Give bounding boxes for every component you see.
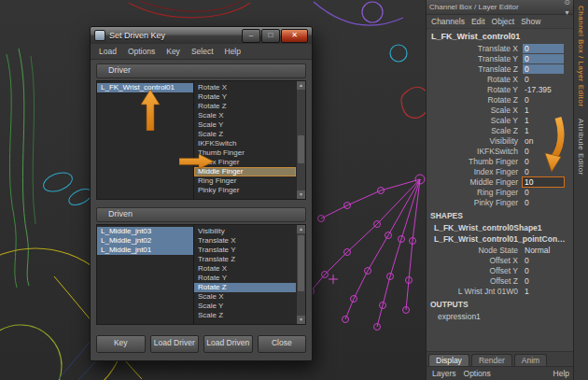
list-item-scale-z[interactable]: Scale Z bbox=[194, 311, 296, 320]
channel-value-rotate-z[interactable]: 0 bbox=[523, 95, 564, 105]
list-item-scale-y[interactable]: Scale Y bbox=[194, 302, 296, 311]
channel-label-offset-x[interactable]: Offset X bbox=[427, 256, 523, 265]
menu-options[interactable]: Options bbox=[122, 45, 161, 58]
channel-value-ring-finger[interactable]: 0 bbox=[523, 188, 564, 197]
list-item-ikfkswitch[interactable]: IKFKSwitch bbox=[194, 139, 296, 148]
scroll-up-icon[interactable]: ▲ bbox=[297, 81, 305, 90]
list-item-ring-finger[interactable]: Ring Finger bbox=[194, 176, 296, 186]
channel-label-scale-x[interactable]: Scale X bbox=[427, 106, 523, 115]
list-item-rotate-y[interactable]: Rotate Y bbox=[194, 92, 296, 102]
menu-load[interactable]: Load bbox=[93, 45, 122, 58]
list-item-pinky-finger[interactable]: Pinky Finger bbox=[194, 186, 296, 195]
scroll-track[interactable] bbox=[297, 90, 305, 190]
list-item-rotate-z[interactable]: Rotate Z bbox=[194, 102, 296, 111]
list-item-rotate-x[interactable]: Rotate X bbox=[194, 83, 296, 92]
channel-value-translate-z[interactable]: 0 bbox=[523, 64, 564, 74]
driver-frame-header[interactable]: Driver bbox=[96, 63, 306, 78]
driver-scrollbar[interactable]: ▲ ▼ bbox=[296, 81, 305, 199]
list-item-translate-z[interactable]: Translate Z bbox=[194, 255, 296, 264]
scroll-thumb[interactable] bbox=[298, 135, 304, 163]
menu-options[interactable]: Options bbox=[464, 369, 491, 378]
pin-icon[interactable]: ⊙ bbox=[562, 0, 572, 7]
list-item-translate-y[interactable]: Translate Y bbox=[194, 246, 296, 255]
channel-value-offset-y[interactable]: 0 bbox=[523, 266, 564, 275]
button-key[interactable]: Key bbox=[96, 335, 146, 353]
list-item-thumb-finger[interactable]: Thumb Finger bbox=[194, 148, 296, 158]
list-item-rotate-z[interactable]: Rotate Z bbox=[194, 283, 296, 292]
channel-label-translate-x[interactable]: Translate X bbox=[427, 44, 523, 53]
channel-label-translate-z[interactable]: Translate Z bbox=[427, 64, 523, 74]
channel-label-pinky-finger[interactable]: Pinky Finger bbox=[427, 198, 523, 207]
menu-help[interactable]: Help bbox=[553, 369, 569, 378]
channel-value-ikfkswitch[interactable]: 0 bbox=[523, 147, 564, 156]
list-item-scale-z[interactable]: Scale Z bbox=[194, 130, 296, 139]
list-item-index-finger[interactable]: Index Finger bbox=[194, 158, 296, 167]
tab-display[interactable]: Display bbox=[428, 354, 469, 366]
channel-value-middle-finger[interactable]: 10 bbox=[523, 177, 564, 187]
scroll-down-icon[interactable]: ▼ bbox=[297, 316, 305, 324]
tab-anim[interactable]: Anim bbox=[514, 354, 547, 366]
menu-select[interactable]: Select bbox=[186, 45, 219, 58]
channel-value-offset-z[interactable]: 0 bbox=[523, 276, 564, 286]
scroll-thumb[interactable] bbox=[298, 235, 304, 291]
menu-show[interactable]: Show bbox=[521, 17, 540, 26]
channel-label-scale-z[interactable]: Scale Z bbox=[427, 126, 523, 135]
channel-value-scale-x[interactable]: 1 bbox=[523, 106, 564, 115]
menu-channels[interactable]: Channels bbox=[431, 17, 465, 26]
channel-value-rotate-y[interactable]: -17.395 bbox=[523, 85, 564, 94]
channel-value-pinky-finger[interactable]: 0 bbox=[523, 198, 564, 207]
channel-label-visibility[interactable]: Visibility bbox=[427, 136, 523, 146]
list-item-scale-y[interactable]: Scale Y bbox=[194, 120, 296, 130]
menu-edit[interactable]: Edit bbox=[471, 17, 485, 26]
maximize-button[interactable]: □ bbox=[261, 29, 280, 43]
list-item-l-middle-jnt02[interactable]: L_Middle_jnt02 bbox=[97, 236, 193, 246]
list-item-visibility[interactable]: Visibility bbox=[194, 227, 296, 236]
list-item-rotate-y[interactable]: Rotate Y bbox=[194, 274, 296, 283]
minimize-button[interactable]: – bbox=[242, 29, 260, 43]
list-item-scale-x[interactable]: Scale X bbox=[194, 292, 296, 302]
channel-value-translate-x[interactable]: 0 bbox=[523, 44, 564, 53]
menu-help[interactable]: Help bbox=[219, 45, 246, 58]
channel-label-l-wrist-jnt-01w0[interactable]: L Wrist Jnt 01W0 bbox=[427, 287, 523, 296]
list-item-l-middle-jnt03[interactable]: L_Middle_jnt03 bbox=[97, 227, 193, 236]
channel-value-translate-y[interactable]: 0 bbox=[523, 54, 564, 63]
channel-value-l-wrist-jnt-01w0[interactable]: 1 bbox=[523, 287, 564, 296]
scroll-track[interactable] bbox=[297, 233, 305, 316]
tab-channel-box-layer-editor[interactable]: Channel Box / Layer Editor bbox=[577, 0, 585, 113]
channel-value-offset-x[interactable]: 0 bbox=[523, 256, 564, 265]
driven-frame-header[interactable]: Driven bbox=[96, 207, 306, 222]
channel-value-visibility[interactable]: on bbox=[523, 136, 564, 146]
channel-label-thumb-finger[interactable]: Thumb Finger bbox=[427, 157, 523, 166]
channel-label-rotate-x[interactable]: Rotate X bbox=[427, 75, 523, 84]
channel-value-scale-y[interactable]: 1 bbox=[523, 116, 564, 125]
list-item-rotate-x[interactable]: Rotate X bbox=[194, 264, 296, 274]
button-load-driver[interactable]: Load Driver bbox=[150, 335, 200, 353]
channel-label-translate-y[interactable]: Translate Y bbox=[427, 54, 523, 63]
button-load-driven[interactable]: Load Driven bbox=[203, 335, 253, 353]
channel-value-scale-z[interactable]: 1 bbox=[523, 126, 564, 135]
channel-label-rotate-z[interactable]: Rotate Z bbox=[427, 95, 523, 105]
menu-key[interactable]: Key bbox=[161, 45, 186, 58]
list-item-l-fk-wrist-control01[interactable]: L_FK_Wrist_control01 bbox=[97, 83, 193, 92]
scroll-up-icon[interactable]: ▲ bbox=[297, 225, 305, 233]
driven-scrollbar[interactable]: ▲ ▼ bbox=[296, 225, 305, 324]
channel-value-rotate-x[interactable]: 0 bbox=[523, 75, 564, 84]
menu-layers[interactable]: Layers bbox=[432, 369, 456, 378]
close-button[interactable]: ✕ bbox=[281, 29, 308, 43]
channel-label-offset-z[interactable]: Offset Z bbox=[427, 276, 523, 286]
channel-label-rotate-y[interactable]: Rotate Y bbox=[427, 85, 523, 94]
button-close[interactable]: Close bbox=[258, 335, 307, 353]
window-titlebar[interactable]: Set Driven Key –□✕ bbox=[91, 27, 312, 44]
channel-label-ring-finger[interactable]: Ring Finger bbox=[427, 188, 523, 197]
tab-attribute-editor[interactable]: Attribute Editor bbox=[577, 113, 585, 181]
list-item-translate-x[interactable]: Translate X bbox=[194, 236, 296, 246]
channel-label-node-state[interactable]: Node State bbox=[427, 246, 523, 255]
channel-label-index-finger[interactable]: Index Finger bbox=[427, 167, 523, 176]
list-item-l-middle-jnt01[interactable]: L_Middle_jnt01 bbox=[97, 246, 193, 255]
channel-label-offset-y[interactable]: Offset Y bbox=[427, 266, 523, 275]
channel-label-ikfkswitch[interactable]: IKFKSwitch bbox=[427, 147, 523, 156]
channel-value-index-finger[interactable]: 0 bbox=[523, 167, 564, 176]
tab-render[interactable]: Render bbox=[471, 354, 512, 366]
channel-value-node-state[interactable]: Normal bbox=[523, 246, 564, 255]
scroll-down-icon[interactable]: ▼ bbox=[297, 190, 305, 199]
